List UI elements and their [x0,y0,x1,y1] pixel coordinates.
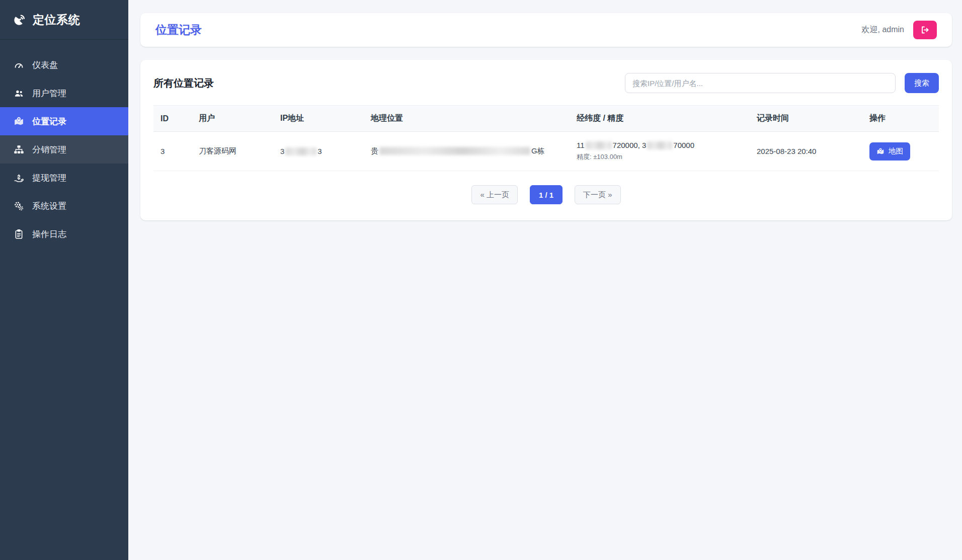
hand-holding-dollar-icon [13,173,24,183]
cell-location: 贵G栋 [364,132,570,171]
table-row: 3 刀客源码网 33 贵G栋 11720000, 370000 精度: ±103… [153,132,939,171]
table-header-row: ID 用户 IP地址 地理位置 经纬度 / 精度 记录时间 操作 [153,106,939,132]
sidebar-item-label: 仪表盘 [32,59,58,71]
next-page-button[interactable]: 下一页 » [575,185,621,204]
sidebar-item-dashboard[interactable]: 仪表盘 [0,51,128,79]
column-header-location: 地理位置 [364,106,570,132]
cell-time: 2025-08-23 20:40 [750,132,862,171]
users-icon [13,88,24,99]
column-header-action: 操作 [862,106,939,132]
cell-id: 3 [153,132,192,171]
prev-page-button[interactable]: « 上一页 [471,185,518,204]
sign-out-icon [920,25,930,35]
brand-title: 定位系统 [33,12,80,28]
sidebar-item-logs[interactable]: 操作日志 [0,220,128,248]
map-button-label: 地图 [889,146,903,156]
cell-coordinates: 11720000, 370000 精度: ±103.00m [570,132,750,171]
main-content: 位置记录 欢迎, admin 所有位置记录 搜索 [128,0,962,220]
sidebar-item-settings[interactable]: 系统设置 [0,192,128,220]
panel-title: 所有位置记录 [153,76,214,90]
sidebar-item-location-records[interactable]: 位置记录 [0,107,128,135]
cell-ip: 33 [273,132,364,171]
sidebar-item-users[interactable]: 用户管理 [0,79,128,107]
records-table: ID 用户 IP地址 地理位置 经纬度 / 精度 记录时间 操作 3 刀客源码网… [153,105,939,171]
sidebar-item-label: 用户管理 [32,88,66,99]
sitemap-icon [13,144,24,155]
column-header-user: 用户 [192,106,273,132]
column-header-id: ID [153,106,192,132]
sidebar-item-label: 分销管理 [32,144,66,155]
sidebar-item-withdrawal[interactable]: 提现管理 [0,164,128,192]
column-header-coords: 经纬度 / 精度 [570,106,750,132]
search-box: 搜索 [625,73,939,93]
accuracy-text: 精度: ±103.00m [577,152,743,162]
sidebar: 定位系统 仪表盘 用户管理 [0,0,128,560]
redacted-blur [586,141,612,149]
records-panel: 所有位置记录 搜索 ID 用户 IP地址 地理位置 经纬度 / 精度 记录时间 [140,60,952,220]
map-button[interactable]: 地图 [869,142,910,161]
cell-action: 地图 [862,132,939,171]
sidebar-item-label: 系统设置 [32,200,66,212]
redacted-blur [379,147,530,155]
brand: 定位系统 [0,0,128,40]
gears-icon [13,201,24,211]
coordinates-text: 11720000, 370000 [577,141,743,149]
column-header-ip: IP地址 [273,106,364,132]
sidebar-nav: 仪表盘 用户管理 位置记录 [0,40,128,248]
search-button[interactable]: 搜索 [905,73,939,93]
sidebar-item-label: 提现管理 [32,172,66,184]
topbar-right: 欢迎, admin [862,21,937,39]
cell-user: 刀客源码网 [192,132,273,171]
redacted-blur [285,147,316,155]
gauge-icon [13,60,24,70]
map-marked-icon [13,116,24,127]
sidebar-item-label: 操作日志 [32,228,66,240]
panel-head: 所有位置记录 搜索 [153,73,939,93]
redacted-blur [647,141,672,149]
logout-button[interactable] [913,21,937,39]
sidebar-item-label: 位置记录 [32,116,66,127]
top-bar: 位置记录 欢迎, admin [140,13,952,47]
current-page-indicator[interactable]: 1 / 1 [530,185,563,204]
search-input[interactable] [625,73,896,93]
clipboard-list-icon [13,229,24,239]
map-icon [876,147,885,155]
sidebar-item-distribution[interactable]: 分销管理 [0,135,128,164]
column-header-time: 记录时间 [750,106,862,132]
page-title: 位置记录 [155,22,202,38]
welcome-text: 欢迎, admin [862,25,904,35]
satellite-dish-icon [13,13,26,26]
pagination: « 上一页 1 / 1 下一页 » [153,185,939,204]
